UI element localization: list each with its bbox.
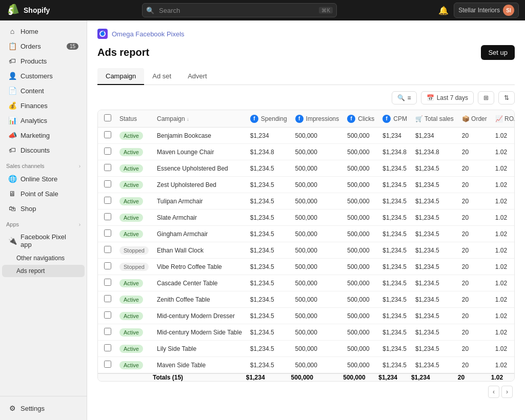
status-badge: Active xyxy=(119,181,143,189)
row-checkbox[interactable] xyxy=(104,361,111,368)
main-content: Omega Facebook Pixels Ads report Set up … xyxy=(87,20,525,420)
row-roas: 1.02 xyxy=(491,259,515,275)
row-clicks: 500,000 xyxy=(343,275,378,291)
sidebar-item-products[interactable]: 🏷 Products xyxy=(2,54,85,68)
row-status: Active xyxy=(115,144,153,160)
row-spending: $1,234.5 xyxy=(246,177,291,193)
sidebar-item-settings[interactable]: ⚙ Settings xyxy=(2,401,85,415)
row-order: 20 xyxy=(458,308,491,324)
columns-button[interactable]: ⊞ xyxy=(478,91,494,104)
tab-advert[interactable]: Advert xyxy=(179,68,215,85)
sidebar-item-finances[interactable]: 💰 Finances xyxy=(2,98,85,113)
products-icon: 🏷 xyxy=(8,57,16,65)
row-order: 20 xyxy=(458,275,491,291)
sidebar-item-fb-pixel[interactable]: 🔌 Facebook Pixel app xyxy=(2,230,85,251)
row-campaign: Zest Upholstered Bed xyxy=(153,177,246,193)
totals-clicks: 500,000 xyxy=(343,373,378,381)
row-checkbox[interactable] xyxy=(104,279,111,286)
row-checkbox[interactable] xyxy=(104,197,111,204)
row-checkbox[interactable] xyxy=(104,229,111,237)
sidebar-item-customers[interactable]: 👤 Customers xyxy=(2,69,85,83)
row-order: 20 xyxy=(458,209,491,226)
col-header-spending: fSpending xyxy=(246,110,291,128)
row-checkbox[interactable] xyxy=(104,295,111,302)
status-badge: Active xyxy=(119,214,143,222)
sidebar-item-orders[interactable]: 📋 Orders 15 xyxy=(2,39,85,53)
col-header-campaign: Campaign ↓ xyxy=(153,110,246,128)
row-checkbox[interactable] xyxy=(104,246,111,253)
row-spending: $1,234.5 xyxy=(246,242,291,259)
row-checkbox[interactable] xyxy=(104,131,111,138)
totals-roas: 1.02 xyxy=(491,373,515,381)
sidebar-item-discounts[interactable]: 🏷 Discounts xyxy=(2,143,85,157)
topbar: Shopify 🔍 ⌘K 🔔 Stellar Interiors SI xyxy=(0,0,525,20)
shopify-logo: Shopify xyxy=(6,3,88,17)
tab-adset[interactable]: Ad set xyxy=(144,68,179,85)
filter-button[interactable]: 🔍 ≡ xyxy=(392,91,417,104)
row-status: Active xyxy=(115,324,153,341)
orders-badge: 15 xyxy=(67,43,78,50)
row-checkbox-cell xyxy=(98,128,115,144)
finances-icon: 💰 xyxy=(8,101,16,110)
row-checkbox[interactable] xyxy=(104,164,111,171)
sort-button[interactable]: ⇅ xyxy=(498,91,515,104)
row-order: 20 xyxy=(458,341,491,357)
row-checkbox[interactable] xyxy=(104,180,111,187)
status-badge: Stopped xyxy=(119,246,149,255)
row-clicks: 500,000 xyxy=(343,308,378,324)
sidebar-item-home[interactable]: ⌂ Home xyxy=(2,24,85,38)
sidebar-item-point-of-sale[interactable]: 🖥 Point of Sale xyxy=(2,186,85,201)
row-total-sales: $1,234.5 xyxy=(411,160,458,177)
row-checkbox[interactable] xyxy=(104,328,111,335)
table-row: Active Mid-century Modern Side Table $1,… xyxy=(98,324,515,341)
table-row: Active Gingham Armchair $1,234.5 500,000… xyxy=(98,226,515,242)
row-impressions: 500,000 xyxy=(291,291,344,308)
row-clicks: 500,000 xyxy=(343,226,378,242)
row-spending: $1,234.5 xyxy=(246,226,291,242)
user-menu[interactable]: Stellar Interiors SI xyxy=(454,3,519,18)
date-range-button[interactable]: 📅 Last 7 days xyxy=(421,91,474,104)
row-status: Stopped xyxy=(115,259,153,275)
row-status: Active xyxy=(115,193,153,209)
status-badge: Stopped xyxy=(119,263,149,271)
sidebar-item-online-store[interactable]: 🌐 Online Store xyxy=(2,172,85,186)
prev-page-button[interactable]: ‹ xyxy=(488,386,499,398)
sales-channels-header: Sales channels › xyxy=(0,158,87,171)
row-checkbox[interactable] xyxy=(104,311,111,319)
table-row: Active Benjamin Bookcase $1,234 500,000 … xyxy=(98,128,515,144)
search-input[interactable] xyxy=(142,3,337,17)
tab-campaign[interactable]: Campaign xyxy=(97,68,144,85)
row-checkbox[interactable] xyxy=(104,148,111,155)
table-row: Active Zest Upholstered Bed $1,234.5 500… xyxy=(98,177,515,193)
row-campaign: Ethan Wall Clock xyxy=(153,242,246,259)
row-spending: $1,234.5 xyxy=(246,160,291,177)
row-checkbox[interactable] xyxy=(104,344,111,351)
totals-cpm: $1,234 xyxy=(378,373,411,381)
search-bar: 🔍 ⌘K xyxy=(142,3,337,17)
row-total-sales: $1,234.5 xyxy=(411,308,458,324)
sidebar-item-content[interactable]: 📄 Content xyxy=(2,83,85,98)
pos-icon: 🖥 xyxy=(8,190,16,198)
row-checkbox[interactable] xyxy=(104,262,111,269)
row-cpm: $1,234 xyxy=(378,128,411,144)
row-checkbox[interactable] xyxy=(104,213,111,220)
row-checkbox-cell xyxy=(98,324,115,341)
app-logo-icon xyxy=(97,29,108,39)
row-clicks: 500,000 xyxy=(343,242,378,259)
row-order: 20 xyxy=(458,357,491,374)
row-clicks: 500,000 xyxy=(343,291,378,308)
sidebar-item-analytics[interactable]: 📊 Analytics xyxy=(2,113,85,128)
notifications-button[interactable]: 🔔 xyxy=(438,6,449,15)
sidebar-label-products: Products xyxy=(21,57,47,65)
setup-button[interactable]: Set up xyxy=(481,45,515,60)
sidebar-item-marketing[interactable]: 📣 Marketing xyxy=(2,128,85,142)
sidebar-subitem-ads-report[interactable]: Ads report xyxy=(2,265,85,277)
sidebar-subitem-other-nav[interactable]: Other navigations xyxy=(2,252,85,264)
table-footer: Totals (15) $1,234 500,000 500,000 $1,23… xyxy=(98,373,515,381)
select-all-checkbox[interactable] xyxy=(104,114,111,121)
row-impressions: 500,000 xyxy=(291,357,344,374)
totals-order: 20 xyxy=(458,373,491,381)
next-page-button[interactable]: › xyxy=(501,386,513,398)
status-badge: Active xyxy=(119,296,143,304)
sidebar-item-shop[interactable]: 🛍 Shop xyxy=(2,201,85,216)
